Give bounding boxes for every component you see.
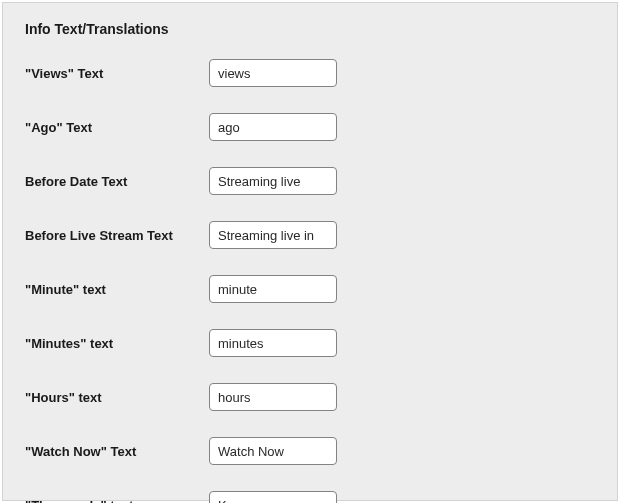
field-label: "Watch Now" Text [25,444,209,459]
field-row-ago: "Ago" Text [25,113,595,141]
field-label: "Minutes" text [25,336,209,351]
field-row-watch-now: "Watch Now" Text [25,437,595,465]
thousands-text-input[interactable] [209,491,337,503]
field-row-views: "Views" Text [25,59,595,87]
field-label: Before Live Stream Text [25,228,209,243]
field-row-minutes: "Minutes" text [25,329,595,357]
section-title: Info Text/Translations [25,21,595,37]
watch-now-text-input[interactable] [209,437,337,465]
field-row-minute: "Minute" text [25,275,595,303]
views-text-input[interactable] [209,59,337,87]
field-row-thousands: "Thousands" text [25,491,595,503]
field-row-before-live: Before Live Stream Text [25,221,595,249]
before-date-text-input[interactable] [209,167,337,195]
translations-panel: Info Text/Translations "Views" Text "Ago… [2,2,618,501]
field-row-before-date: Before Date Text [25,167,595,195]
before-live-stream-text-input[interactable] [209,221,337,249]
field-label: Before Date Text [25,174,209,189]
minutes-text-input[interactable] [209,329,337,357]
field-label: "Thousands" text [25,498,209,504]
hours-text-input[interactable] [209,383,337,411]
field-label: "Views" Text [25,66,209,81]
ago-text-input[interactable] [209,113,337,141]
field-label: "Hours" text [25,390,209,405]
field-label: "Minute" text [25,282,209,297]
field-row-hours: "Hours" text [25,383,595,411]
field-label: "Ago" Text [25,120,209,135]
minute-text-input[interactable] [209,275,337,303]
